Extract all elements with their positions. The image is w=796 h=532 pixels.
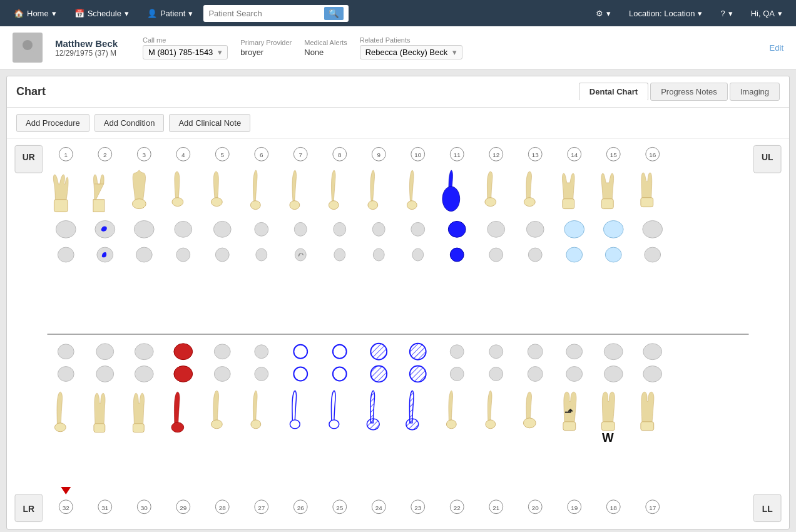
patient-dob: 12/29/1975 (37) M xyxy=(55,49,130,58)
tooth-23-occlusal[interactable] xyxy=(410,344,426,360)
add-condition-button[interactable]: Add Condition xyxy=(94,114,165,132)
chart-container: Chart Dental Chart Progress Notes Imagin… xyxy=(6,76,790,529)
add-clinical-note-button[interactable]: Add Clinical Note xyxy=(169,114,250,132)
svg-point-90 xyxy=(171,422,184,432)
top-navigation: 🏠 Home ▾ 📅 Schedule ▾ 👤 Patient ▾ 🔍 ⚙ ▾ … xyxy=(0,0,796,26)
patient-name: Matthew Beck xyxy=(55,38,130,49)
tooth-5-occlusal[interactable] xyxy=(213,221,231,237)
tooth-24-occlusal[interactable] xyxy=(370,344,387,360)
svg-text:8: 8 xyxy=(338,151,342,158)
tooth-4-occlusal[interactable] xyxy=(175,221,192,237)
related-value: Rebecca (Becky) Beck xyxy=(365,48,448,57)
help-menu[interactable]: ? ▾ xyxy=(713,5,740,22)
lr-label: LR xyxy=(23,504,34,514)
svg-text:2: 2 xyxy=(103,151,107,158)
tooth-28-occlusal[interactable] xyxy=(214,344,230,359)
svg-point-57 xyxy=(176,248,190,262)
related-patients-field: Related Patients Rebecca (Becky) Beck ▾ xyxy=(360,36,463,59)
svg-point-87 xyxy=(54,423,66,432)
svg-point-42 xyxy=(211,198,222,207)
edit-patient-link[interactable]: Edit xyxy=(770,43,783,53)
ul-label: UL xyxy=(762,152,773,162)
svg-text:3: 3 xyxy=(143,151,146,158)
tooth-8-occlusal[interactable] xyxy=(334,222,346,236)
tooth-27-occlusal[interactable] xyxy=(255,345,268,359)
svg-point-40 xyxy=(132,199,146,209)
tab-progress-notes[interactable]: Progress Notes xyxy=(650,83,728,101)
user-menu[interactable]: Hi, QA ▾ xyxy=(743,5,790,22)
call-me-value-box[interactable]: M (801) 785-1543 ▾ xyxy=(143,45,228,59)
patient-menu[interactable]: 👤 Patient ▾ xyxy=(140,5,200,22)
tooth-29-occlusal[interactable] xyxy=(174,344,193,360)
tooth-25-occlusal[interactable] xyxy=(333,345,347,359)
tooth-19-occlusal[interactable] xyxy=(566,344,583,359)
svg-point-78 xyxy=(333,367,347,381)
search-input[interactable] xyxy=(208,9,321,18)
svg-rect-51 xyxy=(563,199,574,209)
tooth-32-occlusal[interactable] xyxy=(58,344,74,359)
svg-text:1: 1 xyxy=(64,151,68,158)
tooth-7-occlusal[interactable] xyxy=(294,222,307,236)
help-chevron-icon: ▾ xyxy=(728,9,733,18)
patient-name-block: Matthew Beck 12/29/1975 (37) M xyxy=(55,38,130,58)
svg-text:22: 22 xyxy=(454,504,461,511)
home-menu[interactable]: 🏠 Home ▾ xyxy=(6,5,64,22)
svg-point-99 xyxy=(523,418,536,428)
svg-rect-2 xyxy=(10,140,786,525)
svg-text:W: W xyxy=(602,431,614,444)
svg-text:7: 7 xyxy=(298,151,302,158)
tooth-14-occlusal[interactable] xyxy=(564,220,584,238)
settings-menu[interactable]: ⚙ ▾ xyxy=(588,5,618,22)
alerts-value: None xyxy=(304,48,347,57)
svg-point-82 xyxy=(489,367,503,381)
tooth-20-occlusal[interactable] xyxy=(528,344,543,359)
svg-text:16: 16 xyxy=(649,151,656,158)
tooth-17-occlusal[interactable] xyxy=(643,344,662,360)
svg-point-50 xyxy=(524,198,535,207)
svg-point-94 xyxy=(329,420,339,429)
related-value-box[interactable]: Rebecca (Becky) Beck ▾ xyxy=(360,45,463,59)
tooth-1[interactable] xyxy=(53,175,68,212)
tab-dental-chart[interactable]: Dental Chart xyxy=(579,83,648,101)
add-procedure-button[interactable]: Add Procedure xyxy=(16,114,89,132)
tooth-31-occlusal[interactable] xyxy=(96,344,114,360)
svg-point-71 xyxy=(58,367,74,382)
svg-point-46 xyxy=(368,201,378,210)
svg-point-48 xyxy=(442,187,460,212)
tooth-3[interactable] xyxy=(132,170,146,209)
svg-point-92 xyxy=(251,420,261,429)
ur-label: UR xyxy=(23,152,35,162)
gear-icon: ⚙ xyxy=(596,9,603,18)
tooth-9-occlusal[interactable] xyxy=(372,222,385,236)
search-button[interactable]: 🔍 xyxy=(324,7,344,20)
svg-point-83 xyxy=(528,367,543,382)
tooth-30-occlusal[interactable] xyxy=(135,344,153,360)
svg-point-0 xyxy=(23,40,33,50)
tooth-12-occlusal[interactable] xyxy=(487,221,505,237)
tooth-6-occlusal[interactable] xyxy=(255,222,268,236)
tooth-21-occlusal[interactable] xyxy=(489,345,503,359)
svg-point-63 xyxy=(412,248,424,261)
patient-header: Matthew Beck 12/29/1975 (37) M Call me M… xyxy=(0,26,796,69)
svg-point-1 xyxy=(19,50,36,58)
tooth-16-occlusal[interactable] xyxy=(643,220,663,238)
tooth-3-occlusal[interactable] xyxy=(134,220,154,238)
tooth-15-occlusal[interactable] xyxy=(603,220,623,238)
tooth-18-occlusal[interactable] xyxy=(604,344,623,360)
tab-imaging[interactable]: Imaging xyxy=(730,83,780,101)
location-menu[interactable]: Location: Location ▾ xyxy=(621,5,710,22)
ll-label: LL xyxy=(762,504,773,514)
svg-text:17: 17 xyxy=(649,504,656,511)
svg-point-59 xyxy=(256,248,267,261)
tooth-10-occlusal[interactable] xyxy=(411,222,425,236)
avatar xyxy=(13,33,43,63)
schedule-menu[interactable]: 📅 Schedule ▾ xyxy=(67,5,136,22)
svg-point-81 xyxy=(450,367,464,381)
svg-text:30: 30 xyxy=(141,504,148,511)
svg-point-74 xyxy=(174,366,193,382)
tooth-22-occlusal[interactable] xyxy=(450,345,464,359)
tooth-13-occlusal[interactable] xyxy=(526,221,544,237)
tooth-11-occlusal[interactable] xyxy=(448,221,466,237)
tooth-1-occlusal[interactable] xyxy=(56,220,76,238)
tooth-26-occlusal[interactable] xyxy=(293,345,307,359)
